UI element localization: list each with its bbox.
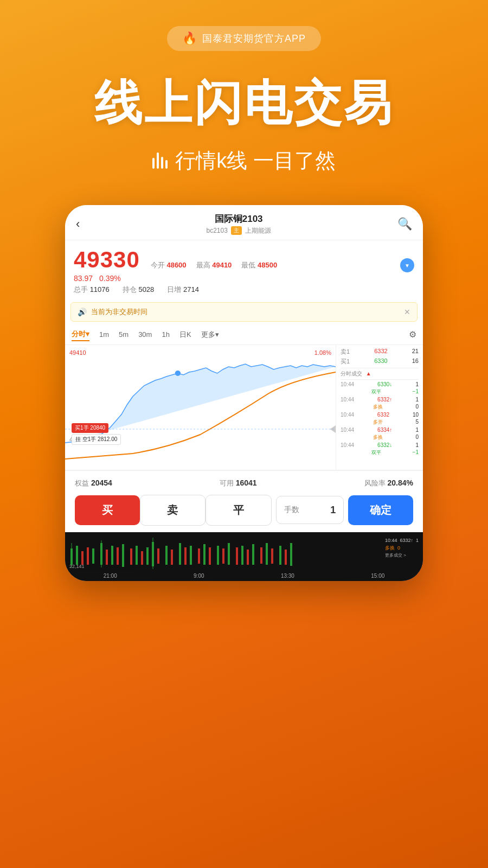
trade-row-5: 10:44 6332↓ 1: [341, 442, 419, 449]
svg-rect-17: [146, 547, 149, 565]
notice-close-icon[interactable]: ✕: [404, 308, 410, 316]
trades-section-label: 分时成交: [341, 371, 362, 376]
svg-rect-39: [285, 550, 287, 565]
tab-1h[interactable]: 1h: [162, 329, 169, 340]
banner-pill: 🔥 国泰君安期货官方APP: [167, 26, 321, 51]
svg-rect-5: [76, 546, 78, 565]
svg-rect-7: [87, 547, 89, 565]
main-badge: 主: [231, 226, 242, 235]
equity-row: 权益 20454 可用 16041 风险率 20.84%: [75, 478, 413, 488]
candlestick-icon: [152, 152, 168, 169]
trade-row-2: 10:44 6332↑ 1: [341, 396, 419, 403]
price-change-row: 83.97 0.39%: [74, 274, 414, 283]
chart-main: 49410 48880 1.08% 买1手 20840 挂 空: [65, 345, 336, 470]
trade-row-1: 10:44 6330↓ 1: [341, 381, 419, 388]
svg-rect-10: [106, 550, 108, 565]
tab-5m[interactable]: 5m: [119, 329, 129, 340]
ask-row: 卖1 6332 21: [341, 347, 419, 357]
stats-row: 总手 11076 持仓 5028 日增 2714: [74, 285, 414, 295]
svg-rect-31: [236, 547, 238, 565]
buy-button[interactable]: 买: [75, 495, 140, 525]
equity-val: 20454: [91, 478, 112, 487]
notice-text: 当前为非交易时间: [91, 307, 147, 317]
phone-mockup: ‹ 国际铜2103 bc2103 主 上期能源 🔍 49330 今开 48600: [65, 205, 423, 581]
svg-rect-13: [122, 544, 124, 567]
tab-dayk[interactable]: 日K: [179, 329, 191, 341]
subtitle-code: bc2103: [206, 227, 227, 234]
svg-rect-11: [111, 546, 113, 565]
strip-side-info: 10:44 6332↑ 1 多换 0 更多成交 >: [385, 537, 419, 559]
svg-point-1: [175, 371, 181, 376]
trade-type-2: 多换 0: [341, 403, 419, 411]
ask-label: 卖1: [341, 348, 350, 356]
chart-svg: [65, 345, 336, 470]
order-book-divider: 分时成交 ▲: [341, 368, 419, 380]
today-open: 今开 48600: [151, 260, 187, 270]
price-section: 49330 今开 48600 最高 49410 最低 48500: [65, 240, 423, 299]
price-row: 49330 今开 48600 最高 49410 最低 48500: [74, 247, 414, 273]
tab-bar: 分时▾ 1m 5m 30m 1h 日K 更多▾ ⚙: [65, 325, 423, 345]
meta-row-1: 今开 48600 最高 49410 最低 48500: [151, 260, 277, 270]
bottom-strip: 21:00 9:00 13:30 15:00 22,141 10:44 6332…: [65, 532, 423, 581]
close-button[interactable]: 平: [206, 495, 272, 526]
screen-title: 国际铜2103: [206, 213, 271, 225]
svg-rect-24: [190, 546, 192, 565]
svg-rect-20: [165, 546, 168, 565]
svg-rect-38: [279, 546, 281, 565]
strip-time-3: 13:30: [281, 573, 294, 579]
notice-bar: 🔊 当前为非交易时间 ✕: [70, 302, 418, 322]
tab-1m[interactable]: 1m: [99, 329, 109, 340]
total-hand: 总手 11076: [74, 285, 110, 295]
risk-val: 20.84%: [388, 478, 413, 487]
settings-icon[interactable]: ⚙: [409, 329, 416, 340]
trade-type-5: 双平 −1: [341, 449, 419, 457]
tab-more[interactable]: 更多▾: [201, 330, 219, 340]
svg-rect-34: [252, 544, 254, 565]
svg-rect-15: [136, 546, 138, 565]
sell-button[interactable]: 卖: [140, 495, 206, 526]
chart-percent: 1.08%: [314, 349, 331, 356]
risk-item: 风险率 20.84%: [364, 478, 413, 488]
strip-labels: 21:00 9:00 13:30 15:00: [65, 573, 423, 579]
back-button[interactable]: ‹: [76, 217, 80, 231]
bid-qty: 16: [412, 358, 419, 366]
strip-time-4: 15:00: [371, 573, 384, 579]
hero-section: 线上闪电交易 行情k线 一目了然: [0, 51, 488, 183]
svg-rect-30: [228, 543, 230, 565]
svg-rect-22: [179, 543, 181, 565]
equity-item: 权益 20454: [75, 478, 112, 488]
price-high: 最高 49410: [196, 260, 232, 270]
banner-text: 国泰君安期货官方APP: [202, 32, 306, 45]
ask-qty: 21: [412, 348, 419, 356]
chart-area: 49410 48880 1.08% 买1手 20840 挂 空: [65, 345, 423, 470]
tab-30m[interactable]: 30m: [138, 329, 152, 340]
available-item: 可用 16041: [220, 478, 257, 488]
available-val: 16041: [236, 478, 257, 487]
svg-rect-25: [198, 548, 200, 564]
qty-value: 1: [330, 505, 336, 516]
svg-rect-19: [157, 548, 159, 564]
quantity-input[interactable]: 手数 1: [276, 496, 344, 524]
speaker-icon: 🔊: [78, 308, 87, 316]
svg-rect-14: [130, 548, 132, 565]
svg-rect-32: [241, 546, 243, 565]
search-icon[interactable]: 🔍: [397, 217, 412, 231]
trade-bar: 买 卖 平 手数 1 确定: [75, 495, 413, 526]
dropdown-button[interactable]: [400, 258, 414, 272]
trade-type-3: 多开 5: [341, 418, 419, 426]
banner-flame-icon: 🔥: [182, 31, 197, 46]
chart-high-label: 49410: [69, 349, 86, 356]
tab-fenshi[interactable]: 分时▾: [72, 328, 89, 341]
price-change-pct: 0.39%: [99, 274, 121, 283]
trade-row-3: 10:44 6332 10: [341, 411, 419, 418]
bid-price: 6330: [374, 358, 387, 366]
confirm-button[interactable]: 确定: [348, 495, 413, 525]
ask-price: 6332: [374, 348, 387, 356]
svg-rect-29: [222, 548, 224, 564]
main-price: 49330: [74, 247, 140, 273]
notice-left: 🔊 当前为非交易时间: [78, 307, 147, 317]
price-low: 最低 48500: [241, 260, 277, 270]
bottom-panel: 权益 20454 可用 16041 风险率 20.84% 买 卖 平 手数 1 …: [65, 470, 423, 532]
screen-topbar: ‹ 国际铜2103 bc2103 主 上期能源 🔍: [65, 205, 423, 240]
svg-rect-36: [266, 543, 268, 565]
